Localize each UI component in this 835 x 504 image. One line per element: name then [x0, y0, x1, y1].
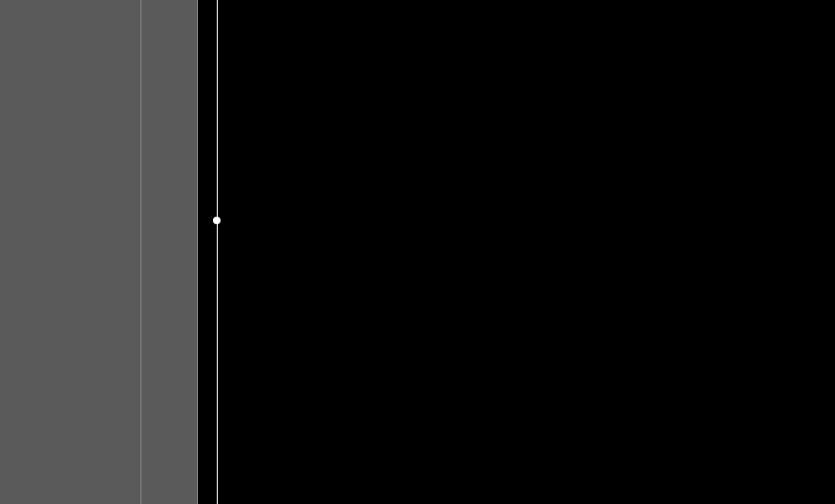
signal-values-panel: [141, 0, 198, 504]
signal-names-panel: [0, 0, 141, 504]
time-cursor[interactable]: [217, 0, 218, 504]
waveform-panel[interactable]: [198, 0, 835, 504]
